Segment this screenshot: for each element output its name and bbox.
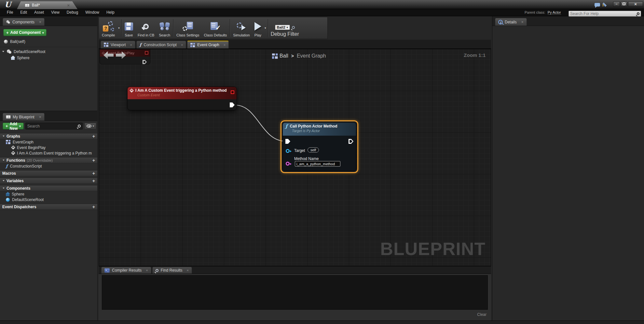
minimize-button[interactable]: – [613, 1, 620, 7]
list-item-custom-event[interactable]: I Am A Custom Event triggering a Python … [0, 150, 97, 156]
method-name-input[interactable] [295, 161, 340, 167]
menu-window[interactable]: Window [82, 9, 103, 16]
close-icon[interactable]: × [521, 20, 524, 24]
exec-input-pin[interactable] [285, 139, 290, 144]
help-search-input[interactable] [570, 11, 637, 16]
expander-icon[interactable] [2, 51, 4, 52]
add-function-icon[interactable]: + [92, 158, 95, 163]
tree-row-sphere[interactable]: Sphere [0, 55, 97, 61]
menu-asset[interactable]: Asset [31, 9, 48, 16]
tab-my-blueprint[interactable]: My Blueprint × [3, 113, 45, 121]
node-custom-event[interactable]: I Am A Custom Event triggering a Python … [127, 87, 237, 110]
menu-debug[interactable]: Debug [63, 9, 82, 16]
close-icon[interactable]: × [224, 43, 226, 47]
close-button[interactable]: × [628, 1, 643, 7]
tab-close-icon[interactable]: × [67, 3, 70, 8]
list-item-defaultsceneroot[interactable]: DefaultSceneRoot [0, 197, 97, 202]
asset-tab-ball[interactable]: Ball* × [17, 1, 77, 9]
search-button[interactable]: Search [157, 18, 172, 38]
visibility-filter-button[interactable]: ▾ [84, 123, 96, 129]
add-dispatcher-icon[interactable]: + [92, 204, 95, 209]
add-graph-icon[interactable]: + [92, 134, 95, 139]
parent-class-label: Parent class: [525, 10, 545, 14]
tree-row-ball-self[interactable]: Ball(self) [0, 38, 97, 45]
details-empty-content [492, 26, 644, 320]
close-icon[interactable]: × [39, 20, 41, 24]
event-icon [11, 145, 15, 150]
tutorial-cap-icon[interactable] [602, 2, 608, 7]
method-name-pin[interactable] [286, 162, 290, 166]
my-blueprint-tab-label: My Blueprint [13, 115, 34, 119]
exec-output-pin[interactable] [230, 102, 235, 107]
play-options-chevron-icon[interactable]: ▾ [264, 26, 267, 30]
parent-class-indicator: Parent class: Py Actor [525, 10, 561, 14]
tab-details[interactable]: i Details × [495, 18, 527, 26]
find-in-cb-button[interactable]: Find in CB [135, 18, 157, 38]
search-icon [637, 12, 639, 15]
add-variable-icon[interactable]: + [92, 178, 95, 183]
section-macros[interactable]: Macros + [0, 170, 97, 176]
tab-find-results[interactable]: Find Results × [152, 267, 192, 274]
event-graph-canvas[interactable]: Ball > Event Graph Zoom 1:1 Event BeginP… [99, 49, 491, 266]
components-panel: Components × + Add Component ▾ Ball(self… [0, 16, 97, 111]
debug-search-icon[interactable] [292, 26, 295, 29]
breadcrumb-root[interactable]: Ball [280, 53, 288, 59]
section-components[interactable]: Components [0, 185, 97, 191]
tab-compiler-results[interactable]: ›_ Compiler Results × [101, 267, 151, 274]
menu-view[interactable]: View [48, 9, 63, 16]
section-variables[interactable]: Variables + [0, 178, 97, 184]
menu-help[interactable]: Help [103, 9, 118, 16]
close-icon[interactable]: × [146, 268, 148, 272]
tab-components[interactable]: Components × [3, 18, 45, 26]
search-label: Search [159, 33, 170, 37]
zoom-level-label: Zoom 1:1 [464, 52, 486, 58]
maximize-button[interactable] [621, 1, 627, 7]
parent-class-link[interactable]: Py Actor [548, 10, 561, 15]
chevron-down-icon: ▾ [287, 26, 288, 29]
section-label: Event Dispatchers [2, 205, 36, 209]
custom-event-icon [130, 88, 134, 93]
blueprint-search-input[interactable] [27, 124, 78, 128]
search-icon [78, 125, 81, 128]
list-item-constructionscript[interactable]: ƒ ConstructionScript [0, 163, 97, 169]
tab-event-graph[interactable]: Event Graph × [187, 41, 229, 48]
list-item-event-beginplay[interactable]: Event BeginPlay [0, 145, 97, 150]
add-macro-icon[interactable]: + [92, 171, 95, 176]
components-body: + Add Component ▾ Ball(self) DefaultScen… [0, 26, 97, 61]
section-label: Graphs [7, 134, 20, 139]
compile-button[interactable]: ? Compile [100, 18, 117, 38]
play-button[interactable]: Play [252, 18, 264, 38]
class-defaults-button[interactable]: ✓ Class Defaults [201, 18, 229, 38]
save-button[interactable]: Save [122, 18, 135, 38]
tab-viewport[interactable]: Viewport × [101, 41, 135, 48]
add-component-button[interactable]: + Add Component ▾ [3, 29, 47, 36]
section-graphs[interactable]: Graphs + [0, 133, 97, 139]
close-icon[interactable]: × [39, 115, 41, 119]
target-object-pin[interactable] [286, 149, 290, 153]
list-item-eventgraph[interactable]: EventGraph [0, 139, 97, 145]
no-loop-badge-icon [231, 90, 234, 94]
close-icon[interactable]: × [187, 268, 189, 272]
graph-icon [6, 140, 10, 144]
debug-object-dropdown[interactable]: Ball2 ▾ [275, 25, 290, 30]
close-icon[interactable]: × [181, 43, 183, 47]
menu-edit[interactable]: Edit [17, 9, 31, 16]
list-item-label: Event BeginPlay [17, 145, 46, 150]
compile-options-chevron-icon[interactable]: ▾ [117, 26, 121, 30]
exec-output-pin[interactable] [349, 139, 353, 144]
node-call-python-actor-method[interactable]: ƒ Call Python Actor Method Target is Py … [282, 122, 356, 171]
add-new-button[interactable]: + Add New ▾ [3, 123, 24, 129]
class-settings-button[interactable]: Class Settings [174, 18, 201, 38]
section-functions[interactable]: Functions (20 Overridable) + [0, 157, 97, 163]
exec-output-pin[interactable] [143, 60, 147, 64]
tree-row-defaultsceneroot[interactable]: DefaultSceneRoot [0, 48, 97, 55]
simulation-button[interactable]: Simulation [231, 18, 252, 38]
components-tab-label: Components [12, 20, 34, 24]
clear-button[interactable]: Clear [477, 312, 486, 317]
tab-construction-script[interactable]: ƒ Construction Script × [136, 41, 186, 48]
menu-file[interactable]: File [3, 9, 17, 16]
list-item-sphere[interactable]: Sphere [0, 191, 97, 197]
section-event-dispatchers[interactable]: Event Dispatchers + [0, 204, 97, 210]
close-icon[interactable]: × [130, 43, 132, 47]
feedback-chat-icon[interactable] [595, 3, 600, 7]
